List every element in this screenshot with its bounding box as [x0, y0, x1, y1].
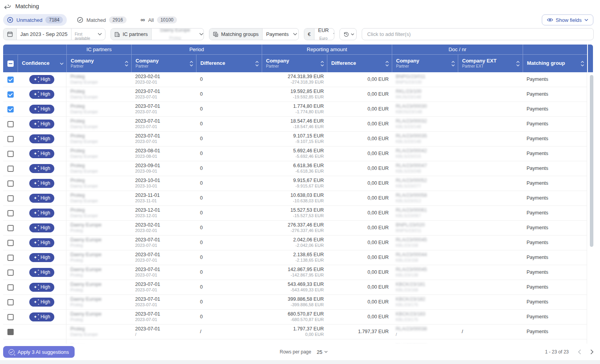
table-row[interactable]: ✦✦✦ High Daeny EuropeProteg 2023-07-0120…	[3, 236, 587, 250]
company-ext-cell	[458, 295, 523, 309]
matching-group-cell: Payments	[523, 206, 587, 220]
period-cell: 2023-07-012023-07-01	[131, 102, 196, 116]
add-filter-input[interactable]	[362, 28, 594, 40]
table-row[interactable]: ✦✦✦ ProtegDaeny Europe 2023-07-01/ / 1.7…	[3, 325, 587, 339]
table-row[interactable]: ✦✦✦ High Daeny EuropeProteg 2023-07-0120…	[3, 265, 587, 280]
rows-per-page-select[interactable]: 25	[317, 349, 328, 355]
group-empty-left	[3, 45, 66, 55]
amount-difference-cell: 0,00 EUR	[327, 132, 392, 146]
ic-company-cell: ProtegDaeny Europe	[66, 146, 131, 161]
col-company-ext[interactable]: Company EXTPartner EXT	[458, 55, 523, 72]
matching-groups-filter[interactable]: Matching groups Payments	[209, 28, 299, 40]
table-row[interactable]: ✦✦✦ High ProtegDaeny Europe 2023-07-0120…	[3, 132, 587, 146]
confidence-cell: ✦✦✦ High	[18, 132, 66, 146]
col-matching-group[interactable]: Matching group	[523, 55, 587, 72]
tab-matched[interactable]: Matched 2916	[73, 14, 130, 26]
table-row[interactable]: ✦✦✦ High ProtegDaeny Europe 2023-09-0120…	[3, 161, 587, 176]
sort-icon[interactable]	[580, 61, 584, 66]
doc-company-cell: RLA/23/00052KBLS/23/277	[392, 176, 458, 191]
table-row[interactable]: ✦✦✦ High ProtegDaeny Europe 2023-11-0120…	[3, 191, 587, 206]
confidence-badge: ✦✦✦ High	[29, 283, 55, 292]
row-checkbox[interactable]	[7, 269, 14, 276]
row-checkbox[interactable]	[7, 121, 14, 127]
select-all-checkbox[interactable]	[7, 61, 14, 67]
col-period-company[interactable]: CompanyPartner	[131, 55, 196, 72]
col-amount-difference[interactable]: Difference	[327, 55, 392, 72]
ic-company-cell: ProtegDaeny Europe	[66, 176, 131, 191]
sort-icon[interactable]	[451, 61, 455, 66]
row-checkbox[interactable]	[7, 151, 14, 157]
row-checkbox[interactable]	[7, 210, 14, 216]
table-row[interactable]: ✦✦✦ High Daeny EuropeProteg 2023-07-0120…	[3, 310, 587, 325]
confidence-badge: ✦✦✦ High	[29, 268, 55, 277]
row-checkbox[interactable]	[7, 299, 14, 305]
row-checkbox[interactable]	[7, 195, 14, 202]
history-filter[interactable]	[339, 28, 357, 40]
table-row[interactable]: ✦✦✦ High ProtegDaeny Europe 2023-08-0120…	[3, 146, 587, 161]
table-row[interactable]: ✦✦✦ High Daeny EuropeProteg 2023-07-0120…	[3, 250, 587, 265]
tab-unmatched[interactable]: Unmatched 7184	[3, 14, 67, 26]
table-row[interactable]: ✦✦✦ High Daeny EuropeProteg 2023-07-0120…	[3, 295, 587, 310]
row-checkbox[interactable]	[7, 255, 14, 261]
apply-ai-suggestions-button[interactable]: Apply 3 AI suggestions	[3, 346, 75, 358]
row-checkbox[interactable]	[7, 240, 14, 246]
row-checkbox-cell	[3, 339, 18, 344]
matching-table: IC partners Period Reporting amount Doc …	[3, 45, 594, 344]
confidence-cell: ✦✦✦ High	[18, 221, 66, 235]
vertical-scrollbar[interactable]	[590, 75, 593, 247]
row-checkbox[interactable]	[7, 77, 14, 83]
row-checkbox[interactable]	[7, 180, 14, 187]
row-checkbox[interactable]	[7, 136, 14, 142]
row-checkbox[interactable]	[7, 106, 14, 112]
table-row[interactable]: ✦✦✦ High ProtegDaeny Europe 2023-10-0120…	[3, 176, 587, 191]
ic-partners-filter[interactable]: IC partners Daeny Europe Proteg	[111, 28, 204, 40]
row-checkbox[interactable]	[7, 91, 14, 98]
row-checkbox[interactable]	[7, 284, 14, 291]
tab-all[interactable]: ∞ All 10100	[137, 14, 181, 26]
sort-icon[interactable]	[385, 61, 389, 66]
table-footer: Apply 3 AI suggestions Rows per page 25 …	[0, 344, 600, 360]
row-checkbox[interactable]	[7, 225, 14, 231]
eye-icon	[547, 18, 553, 22]
matching-groups-label: Matching groups	[221, 31, 259, 37]
previous-page-button[interactable]	[578, 344, 581, 360]
sort-icon[interactable]	[125, 61, 129, 66]
table-row[interactable]: ✦✦✦ High ProtegDaeny Europe 2023-07-0120…	[3, 102, 587, 117]
sort-icon[interactable]	[320, 61, 324, 66]
period-cell: 2023-07-012023-07-01	[131, 250, 196, 265]
col-period-difference[interactable]: Difference	[196, 55, 262, 72]
matching-group-cell: Payments	[523, 72, 587, 87]
chevron-down-icon	[324, 351, 328, 353]
sort-icon[interactable]	[255, 61, 259, 66]
table-row[interactable]: ✦✦✦ High Daeny EuropeProteg 2023-07-0120…	[3, 280, 587, 295]
col-ic-company[interactable]: CompanyPartner	[66, 55, 131, 72]
currency-filter[interactable]: € EUR Euro	[304, 28, 334, 40]
table-row[interactable]: ✦✦✦ Proteg 2023-07-01 14.107,22 EUR RLA/…	[3, 339, 587, 344]
row-checkbox[interactable]	[7, 166, 14, 172]
reporting-amount-cell: 276.337,46 EUR-276.337,46 EUR	[262, 221, 327, 235]
col-amount-company[interactable]: CompanyPartner	[262, 55, 327, 72]
table-row[interactable]: ✦✦✦ High ProtegDaeny Europe 2023-02-0120…	[3, 72, 587, 87]
reporting-amount-cell: 6.618,36 EUR-6.618,36 EUR	[262, 161, 327, 176]
period-difference-cell: 0	[196, 117, 262, 131]
col-confidence[interactable]: Confidence	[18, 55, 66, 72]
sort-icon[interactable]	[516, 61, 520, 66]
period-cell: 2023-07-012023-07-01	[131, 132, 196, 146]
company-ext-cell	[458, 310, 523, 324]
page-title: Matching	[15, 3, 39, 9]
row-checkbox[interactable]	[7, 329, 14, 335]
col-doc-company[interactable]: CompanyPartner	[392, 55, 458, 72]
amount-difference-cell: 0,00 EUR	[327, 176, 392, 191]
confidence-badge: ✦✦✦ High	[29, 149, 55, 158]
ic-company-cell: ProtegDaeny Europe	[66, 102, 131, 116]
show-fields-button[interactable]: Show fields	[542, 14, 593, 25]
sort-icon[interactable]	[189, 61, 193, 66]
table-row[interactable]: ✦✦✦ High ProtegDaeny Europe 2023-07-0120…	[3, 117, 587, 132]
table-row[interactable]: ✦✦✦ High Daeny EuropeProteg 2023-02-0120…	[3, 221, 587, 236]
date-range-filter[interactable]: Jan 2023 - Sep 2025 Infinite First avail…	[3, 28, 105, 40]
table-row[interactable]: ✦✦✦ High ProtegDaeny Europe 2023-07-0120…	[3, 87, 587, 102]
chevron-down-icon[interactable]	[60, 62, 64, 65]
row-checkbox[interactable]	[7, 314, 14, 320]
next-page-button[interactable]	[590, 344, 594, 360]
table-row[interactable]: ✦✦✦ High ProtegDaeny Europe 2023-12-0120…	[3, 206, 587, 221]
